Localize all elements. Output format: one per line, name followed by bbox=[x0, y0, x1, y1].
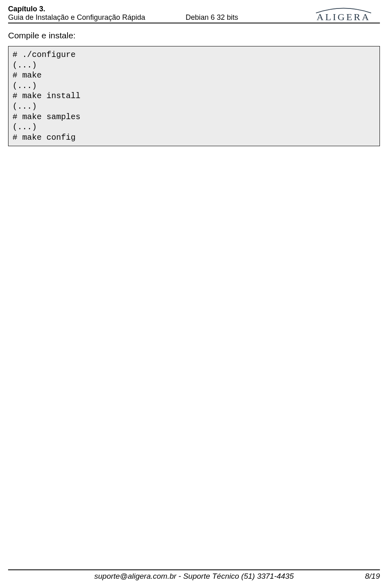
footer-page-number: 8/19 bbox=[365, 572, 380, 581]
code-line: # make install bbox=[13, 91, 80, 101]
code-block: # ./configure (...) # make (...) # make … bbox=[8, 46, 380, 146]
code-line: (...) bbox=[13, 61, 37, 70]
code-line: # ./configure bbox=[13, 50, 76, 59]
guide-title: Guia de Instalação e Configuração Rápida bbox=[8, 13, 145, 22]
logo-text: ALIGERA bbox=[316, 12, 370, 22]
footer-contact: suporte@aligera.com.br - Suporte Técnico… bbox=[8, 572, 380, 581]
code-line: (...) bbox=[13, 81, 37, 90]
page-header: Capítulo 3. Guia de Instalação e Configu… bbox=[8, 5, 380, 23]
logo: ALIGERA bbox=[307, 6, 380, 22]
intro-text: Compile e instale: bbox=[8, 31, 380, 40]
code-line: (...) bbox=[13, 102, 37, 111]
code-line: (...) bbox=[13, 122, 37, 132]
code-line: # make samples bbox=[13, 112, 80, 122]
distro-label: Debian 6 32 bits bbox=[186, 13, 238, 22]
chapter-title: Capítulo 3. bbox=[8, 5, 307, 13]
code-line: # make config bbox=[13, 133, 76, 142]
page-footer: . suporte@aligera.com.br - Suporte Técni… bbox=[8, 569, 380, 581]
code-line: # make bbox=[13, 71, 42, 80]
